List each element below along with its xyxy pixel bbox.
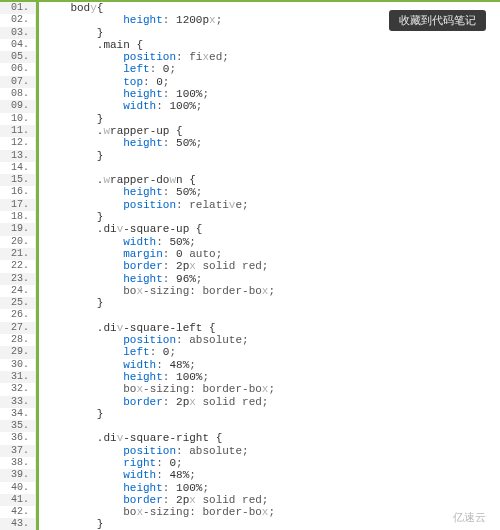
line-code: .div-square-right { bbox=[36, 432, 500, 444]
token-pun: solid red; bbox=[196, 260, 269, 272]
code-line: 38. right: 0; bbox=[0, 457, 500, 469]
token-dim-x: x bbox=[189, 396, 196, 408]
code-line: 13. } bbox=[0, 150, 500, 162]
token-kw: height bbox=[123, 371, 163, 383]
token-pun: ; bbox=[189, 359, 196, 371]
line-number: 13. bbox=[0, 150, 36, 162]
token-kw: height bbox=[123, 88, 163, 100]
line-code: border: 2px solid red; bbox=[36, 260, 500, 272]
token-num: 2p bbox=[176, 260, 189, 272]
line-number: 18. bbox=[0, 211, 36, 223]
token-sel: -square-left { bbox=[123, 322, 215, 334]
line-code: .div-square-left { bbox=[36, 322, 500, 334]
line-number: 23. bbox=[0, 273, 36, 285]
token-kw: width bbox=[123, 359, 156, 371]
code-line: 27. .div-square-left { bbox=[0, 322, 500, 334]
code-line: 09. width: 100%; bbox=[0, 100, 500, 112]
token-pun: : bbox=[163, 88, 176, 100]
code-line: 41. border: 2px solid red; bbox=[0, 494, 500, 506]
line-code: top: 0; bbox=[36, 76, 500, 88]
line-number: 05. bbox=[0, 51, 36, 63]
token-kw: height bbox=[123, 273, 163, 285]
line-code: height: 100%; bbox=[36, 482, 500, 494]
token-pun: : bbox=[150, 346, 163, 358]
token-dim-x: y bbox=[90, 2, 97, 14]
line-number: 01. bbox=[0, 2, 36, 14]
line-number: 14. bbox=[0, 162, 36, 174]
code-line: 28. position: absolute; bbox=[0, 334, 500, 346]
code-line: 05. position: fixed; bbox=[0, 51, 500, 63]
token-pun: ; bbox=[268, 506, 275, 518]
line-code: width: 48%; bbox=[36, 359, 500, 371]
line-code: left: 0; bbox=[36, 346, 500, 358]
line-code: .div-square-up { bbox=[36, 223, 500, 235]
line-number: 35. bbox=[0, 420, 36, 432]
token-kw: left bbox=[123, 346, 149, 358]
token-kw: border bbox=[123, 260, 163, 272]
line-code: border: 2px solid red; bbox=[36, 494, 500, 506]
token-pun: e; bbox=[235, 199, 248, 211]
line-number: 16. bbox=[0, 186, 36, 198]
token-num: 2p bbox=[176, 396, 189, 408]
token-dim-x: x bbox=[209, 14, 216, 26]
token-kw: position bbox=[123, 334, 176, 346]
token-num: 100% bbox=[176, 371, 202, 383]
line-code bbox=[36, 420, 500, 432]
token-sel: .di bbox=[97, 432, 117, 444]
token-pun: : bbox=[163, 260, 176, 272]
token-kw: position bbox=[123, 199, 176, 211]
code-line: 37. position: absolute; bbox=[0, 445, 500, 457]
token-sel: -square-right { bbox=[123, 432, 222, 444]
save-snippet-button[interactable]: 收藏到代码笔记 bbox=[389, 10, 486, 31]
token-pun: : bbox=[163, 273, 176, 285]
line-number: 15. bbox=[0, 174, 36, 186]
code-line: 31. height: 100%; bbox=[0, 371, 500, 383]
token-kw: border bbox=[123, 494, 163, 506]
token-pun: bo bbox=[123, 285, 136, 297]
line-code bbox=[36, 309, 500, 321]
accent-bar bbox=[36, 2, 39, 530]
code-line: 11. .wrapper-up { bbox=[0, 125, 500, 137]
code-line: 25. } bbox=[0, 297, 500, 309]
line-code: width: 100%; bbox=[36, 100, 500, 112]
token-pun: bo bbox=[123, 383, 136, 395]
code-line: 21. margin: 0 auto; bbox=[0, 248, 500, 260]
token-pun: : bbox=[156, 469, 169, 481]
token-pun: : bbox=[163, 482, 176, 494]
line-code: } bbox=[36, 150, 500, 162]
code-line: 33. border: 2px solid red; bbox=[0, 396, 500, 408]
line-number: 33. bbox=[0, 396, 36, 408]
code-line: 30. width: 48%; bbox=[0, 359, 500, 371]
token-sel: -square-up { bbox=[123, 223, 202, 235]
token-pun: : fi bbox=[176, 51, 202, 63]
token-pun: ; bbox=[176, 457, 183, 469]
line-code: border: 2px solid red; bbox=[36, 396, 500, 408]
code-line: 04. .main { bbox=[0, 39, 500, 51]
line-number: 37. bbox=[0, 445, 36, 457]
line-number: 41. bbox=[0, 494, 36, 506]
token-kw: position bbox=[123, 445, 176, 457]
line-number: 32. bbox=[0, 383, 36, 395]
line-number: 22. bbox=[0, 260, 36, 272]
token-sel: } bbox=[97, 27, 104, 39]
line-code: height: 100%; bbox=[36, 371, 500, 383]
line-code: left: 0; bbox=[36, 63, 500, 75]
line-number: 42. bbox=[0, 506, 36, 518]
line-number: 12. bbox=[0, 137, 36, 149]
token-pun: ; bbox=[196, 137, 203, 149]
code-line: 34. } bbox=[0, 408, 500, 420]
line-code: position: relative; bbox=[36, 199, 500, 211]
line-code: margin: 0 auto; bbox=[36, 248, 500, 260]
code-line: 39. width: 48%; bbox=[0, 469, 500, 481]
token-kw: right bbox=[123, 457, 156, 469]
token-pun: ; bbox=[189, 236, 196, 248]
token-sel: bod bbox=[70, 2, 90, 14]
token-pun: solid red; bbox=[196, 396, 269, 408]
token-pun: ; bbox=[196, 100, 203, 112]
token-pun: ed; bbox=[209, 51, 229, 63]
token-kw: width bbox=[123, 100, 156, 112]
line-code: .main { bbox=[36, 39, 500, 51]
token-pun: ; bbox=[202, 88, 209, 100]
token-kw: height bbox=[123, 186, 163, 198]
token-pun: ; bbox=[268, 285, 275, 297]
